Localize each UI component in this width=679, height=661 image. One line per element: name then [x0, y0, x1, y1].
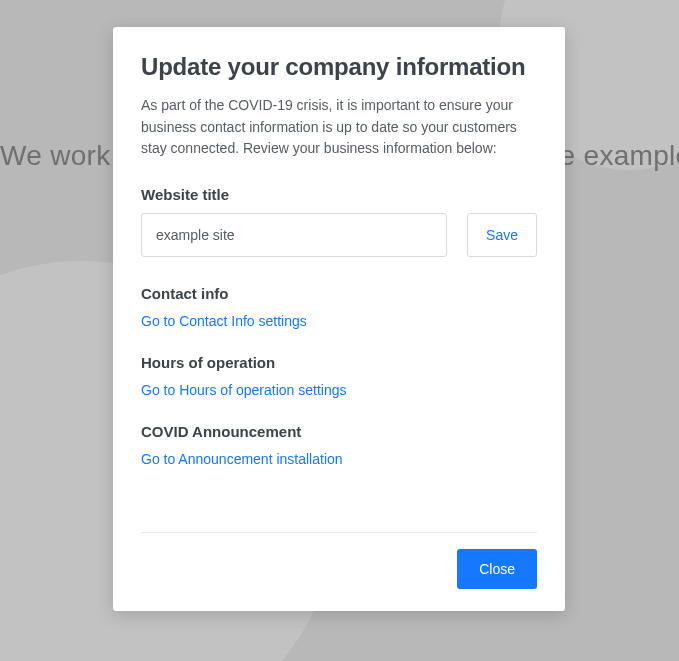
covid-label: COVID Announcement: [141, 423, 537, 440]
modal-description: As part of the COVID-19 crisis, it is im…: [141, 95, 537, 160]
hours-section: Hours of operation Go to Hours of operat…: [141, 354, 537, 399]
covid-link[interactable]: Go to Announcement installation: [141, 451, 343, 467]
covid-section: COVID Announcement Go to Announcement in…: [141, 423, 537, 468]
hours-link[interactable]: Go to Hours of operation settings: [141, 382, 346, 398]
modal-footer: Close: [141, 532, 537, 589]
modal-title: Update your company information: [141, 53, 537, 81]
website-title-input[interactable]: [141, 213, 447, 257]
website-title-label: Website title: [141, 186, 537, 203]
contact-info-label: Contact info: [141, 285, 537, 302]
contact-info-link[interactable]: Go to Contact Info settings: [141, 313, 307, 329]
hours-label: Hours of operation: [141, 354, 537, 371]
close-button[interactable]: Close: [457, 549, 537, 589]
company-info-modal: Update your company information As part …: [113, 27, 565, 611]
contact-info-section: Contact info Go to Contact Info settings: [141, 285, 537, 330]
save-button[interactable]: Save: [467, 213, 537, 257]
